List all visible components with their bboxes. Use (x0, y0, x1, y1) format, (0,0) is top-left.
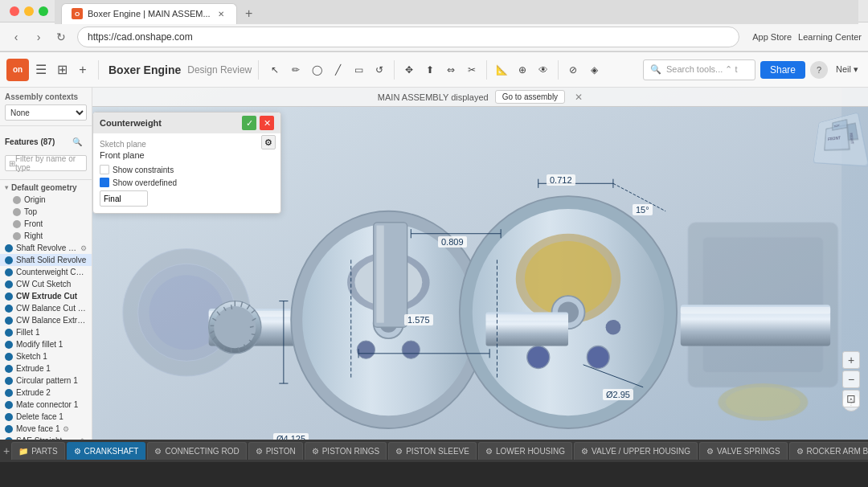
tab-piston[interactable]: ⚙ PISTON (248, 442, 303, 460)
sep3 (394, 60, 395, 80)
list-item[interactable]: Counterweight Cut Plane (0, 266, 92, 278)
active-tab[interactable]: O Boxer Engine | MAIN ASSEM... ✕ (61, 3, 237, 24)
left-panel: Assembly contexts None Features (87) 🔍 ⊞… (0, 88, 92, 440)
list-item[interactable]: CW Balance Cut Sketch (0, 302, 92, 314)
notification-close-icon[interactable]: ✕ (575, 92, 583, 103)
feature-name: Right (24, 231, 43, 240)
list-item[interactable]: Fillet 1 (0, 326, 92, 338)
onshape-logo: on (6, 59, 29, 81)
search-tools-input[interactable]: 🔍 Search tools... ⌃ t (643, 59, 755, 80)
sketch-plane-row: Sketch plane Front plane (100, 140, 274, 160)
list-item[interactable]: Extrude 1 (0, 362, 92, 374)
zoom-in-button[interactable]: + (842, 351, 860, 369)
viewcube[interactable]: FRONT TOP RIGHT (812, 113, 860, 162)
forward-button[interactable]: › (29, 27, 48, 47)
tool-cursor[interactable]: ↖ (265, 59, 285, 80)
panel-settings-icon[interactable]: ⚙ (261, 135, 276, 149)
list-item[interactable]: CW Extrude Cut (0, 290, 92, 302)
share-button[interactable]: Share (760, 61, 805, 79)
tool-rotate[interactable]: ↺ (370, 59, 389, 80)
close-button[interactable] (10, 6, 19, 16)
tool-section[interactable]: ⊘ (563, 59, 583, 80)
tool-mate[interactable]: ⊕ (513, 59, 532, 80)
cancel-button[interactable]: ✕ (260, 116, 274, 130)
list-item[interactable]: Right (0, 230, 92, 242)
tool-trim[interactable]: ✂ (462, 59, 481, 80)
tab-valve-upper-housing[interactable]: ⚙ VALVE / UPPER HOUSING (574, 442, 698, 460)
tool-line[interactable]: ╱ (328, 59, 347, 80)
tab-rocker-arm[interactable]: ⚙ ROCKER ARM BUSHINGS (789, 442, 868, 460)
user-menu[interactable]: Neil ▾ (833, 59, 862, 80)
learning-center-link[interactable]: Learning Center (798, 32, 862, 42)
tab-lower-housing[interactable]: ⚙ LOWER HOUSING (478, 442, 572, 460)
list-item[interactable]: Top (0, 206, 92, 218)
tool-pencil[interactable]: ✏ (286, 59, 305, 80)
tab-close-icon[interactable]: ✕ (215, 8, 227, 19)
notification-text: MAIN ASSEMBLY displayed (378, 92, 489, 102)
svg-point-37 (402, 341, 420, 358)
show-overdefined-row[interactable]: Show overdefined (100, 178, 274, 187)
menu-icon[interactable]: ☰ (32, 61, 50, 79)
final-input[interactable] (100, 190, 148, 207)
feature-dot-icon (5, 317, 13, 325)
features-search-icon[interactable]: 🔍 (68, 131, 87, 152)
minimize-button[interactable] (24, 6, 34, 16)
tab-crankshaft[interactable]: ⚙ CRANKSHAFT (67, 442, 146, 460)
help-button[interactable]: ? (810, 61, 828, 79)
list-item[interactable]: Circular pattern 1 (0, 374, 92, 387)
list-item[interactable]: Modify fillet 1 (0, 338, 92, 350)
tool-circle[interactable]: ◯ (307, 59, 326, 80)
list-item[interactable]: Origin (0, 194, 92, 206)
tab-valve-springs[interactable]: ⚙ VALVE SPRINGS (699, 442, 788, 460)
list-item[interactable]: Shaft Revolve Sket... ⚙ (0, 242, 92, 254)
list-item[interactable]: Front (0, 218, 92, 230)
refresh-button[interactable]: ↻ (51, 27, 71, 47)
back-button[interactable]: ‹ (6, 27, 26, 47)
tool-hide[interactable]: 👁 (534, 59, 553, 80)
tool-measure[interactable]: 📐 (492, 59, 511, 80)
confirm-button[interactable]: ✓ (242, 116, 256, 130)
plus-icon[interactable]: + (74, 61, 92, 79)
feature-name: Shaft Solid Revolve (16, 256, 86, 264)
viewport[interactable]: 0.712 15° 0.809 1.575 Ø4.125 Ø2.95 MAIN … (92, 88, 868, 440)
zoom-out-button[interactable]: − (842, 370, 860, 388)
svg-point-11 (214, 306, 256, 348)
feature-dot-icon (13, 208, 21, 216)
list-item[interactable]: CW Cut Sketch (0, 278, 92, 290)
app-store-link[interactable]: App Store (752, 32, 792, 42)
show-overdefined-checkbox[interactable] (100, 178, 109, 187)
address-bar: ‹ › ↻ https://cad.onshape.com App Store … (0, 23, 868, 51)
tool-render[interactable]: ◈ (584, 59, 604, 80)
tab-parts[interactable]: 📁 PARTS (11, 442, 64, 460)
list-item[interactable]: Mate connector 1 (0, 399, 92, 411)
list-item[interactable]: CW Balance Extrude Cut (0, 314, 92, 326)
tab-piston-sleeve[interactable]: ⚙ PISTON SLEEVE (388, 442, 477, 460)
list-item[interactable]: Shaft Solid Revolve (0, 254, 92, 266)
counterweight-panel-header[interactable]: Counterweight ✓ ✕ (93, 113, 280, 133)
tool-rect[interactable]: ▭ (349, 59, 368, 80)
sep4 (486, 60, 487, 80)
fit-button[interactable]: ⊡ (842, 390, 860, 407)
show-constraints-checkbox[interactable] (100, 165, 109, 174)
list-item[interactable]: Sketch 1 (0, 350, 92, 362)
show-constraints-row[interactable]: Show constraints (100, 165, 274, 174)
tool-mirror[interactable]: ⇔ (441, 59, 461, 80)
tab-connecting-rod[interactable]: ⚙ CONNECTING ROD (147, 442, 246, 460)
go-to-assembly-button[interactable]: Go to assembly (495, 90, 565, 104)
gear-icon2: ⚙ (154, 447, 162, 456)
url-input[interactable]: https://cad.onshape.com (77, 27, 739, 47)
svg-rect-55 (485, 314, 568, 320)
features-filter-input[interactable]: ⊞ Filter by name or type (5, 155, 87, 171)
list-item[interactable]: Delete face 1 (0, 411, 92, 423)
add-part-button[interactable]: + (3, 442, 10, 460)
tool-extrude[interactable]: ⬆ (420, 59, 440, 80)
new-tab-button[interactable]: + (239, 3, 260, 24)
tab-piston-rings[interactable]: ⚙ PISTON RINGS (305, 442, 387, 460)
tool-move[interactable]: ✥ (399, 59, 419, 80)
list-item[interactable]: Move face 1 ⚙ (0, 423, 92, 435)
grid-icon[interactable]: ⊞ (53, 61, 71, 79)
assembly-contexts-select[interactable]: None (5, 104, 87, 121)
list-item[interactable]: Extrude 2 (0, 387, 92, 399)
maximize-button[interactable] (39, 6, 48, 16)
svg-line-23 (223, 346, 224, 351)
